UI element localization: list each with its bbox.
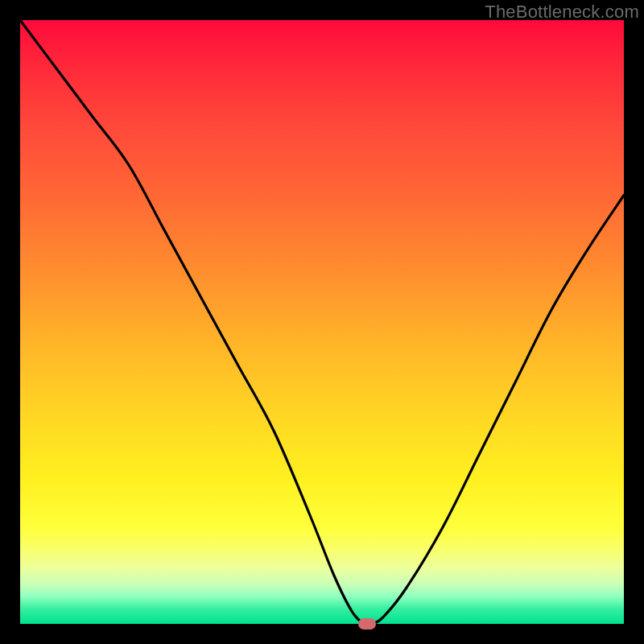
- optimum-marker: [358, 618, 376, 630]
- chart-frame: TheBottleneck.com: [0, 0, 644, 644]
- bottleneck-curve: [20, 20, 624, 624]
- watermark-text: TheBottleneck.com: [485, 2, 639, 23]
- plot-area: [20, 20, 624, 624]
